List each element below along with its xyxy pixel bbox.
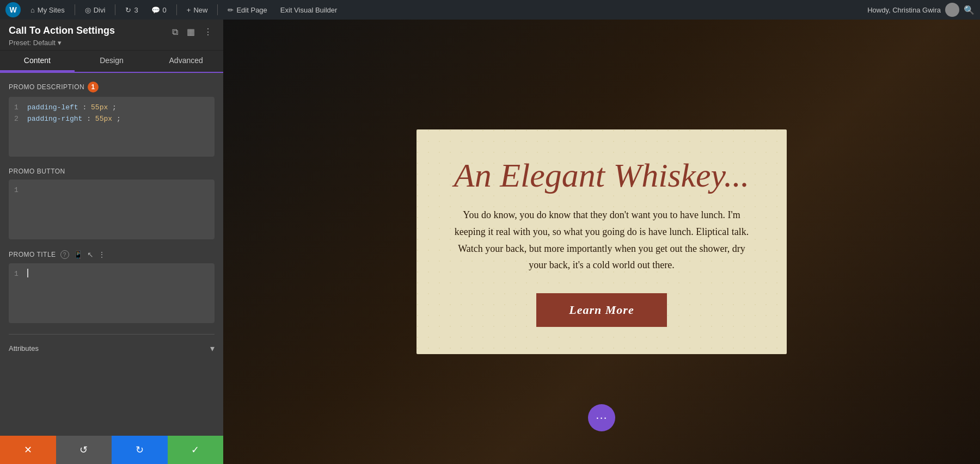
promo-description-badge: 1 [88, 82, 99, 92]
promo-button-line-num: 1 [14, 185, 21, 196]
new-label: New [193, 6, 207, 14]
tab-design[interactable]: Design [75, 51, 149, 72]
wordpress-icon[interactable]: W [5, 2, 21, 17]
float-action-button[interactable]: ··· [588, 404, 615, 431]
my-sites-icon: ⌂ [30, 6, 35, 14]
promo-title-line: 1 [14, 269, 209, 280]
bottom-bar: ✕ ↺ ↻ ✓ [0, 436, 223, 464]
code-content-1: padding-left : 55px ; [27, 102, 117, 114]
canvas-background: An Elegant Whiskey... You do know, you d… [223, 20, 980, 464]
divi-icon: ◎ [85, 6, 91, 14]
code-content-2: padding-right : 55px ; [27, 114, 121, 125]
edit-page-button[interactable]: ✏ Edit Page [224, 4, 270, 16]
plus-icon: + [187, 6, 191, 14]
divider2 [115, 4, 115, 15]
pencil-icon: ✏ [228, 6, 234, 14]
divider3 [176, 4, 177, 15]
promo-button-editor[interactable]: 1 [9, 180, 215, 239]
panel-header-actions: ⧉ ▦ ⋮ [170, 26, 215, 38]
more-options-icon[interactable]: ⋮ [98, 250, 106, 259]
my-sites-menu[interactable]: ⌂ My Sites [27, 4, 68, 16]
cta-button[interactable]: Learn More [536, 293, 666, 327]
user-greeting: Howdy, Christina Gwira [867, 6, 941, 14]
more-icon[interactable]: ⋮ [201, 26, 215, 38]
left-panel: Call To Action Settings ⧉ ▦ ⋮ Preset: De… [0, 20, 223, 464]
help-icon[interactable]: ? [60, 250, 69, 259]
prop-name-1: padding-left [27, 103, 78, 112]
top-bar-right: Howdy, Christina Gwira 🔍 [867, 3, 975, 17]
preset-label: Preset: Default [9, 39, 56, 47]
attributes-section: Attributes ▾ [9, 334, 215, 356]
tabs: Content Design Advanced [0, 51, 223, 73]
cta-card: An Elegant Whiskey... You do know, you d… [416, 129, 787, 354]
avatar [945, 3, 959, 17]
tab-advanced[interactable]: Advanced [149, 51, 223, 72]
copy-icon[interactable]: ⧉ [170, 26, 180, 38]
promo-button-section: Promo Button [9, 168, 215, 175]
panel-content: Promo Description 1 1 padding-left : 55p… [0, 73, 223, 436]
line-num-2: 2 [14, 114, 21, 125]
panel-header-row: Call To Action Settings ⧉ ▦ ⋮ [9, 25, 215, 39]
chevron-down-icon: ▾ [58, 39, 62, 47]
save-button[interactable]: ✓ [168, 436, 224, 464]
attributes-label: Attributes [9, 344, 39, 352]
prop-value-2: 55px [95, 115, 112, 123]
promo-description-label: Promo Description [9, 83, 84, 91]
tab-content[interactable]: Content [0, 51, 75, 72]
line-num-1: 1 [14, 102, 21, 114]
code-line-1: 1 padding-left : 55px ; [14, 102, 209, 114]
code-line-2: 2 padding-right : 55px ; [14, 114, 209, 125]
search-icon[interactable]: 🔍 [964, 5, 975, 15]
exit-label: Exit Visual Builder [280, 6, 338, 14]
promo-description-section: Promo Description 1 [9, 82, 215, 92]
prop-value-1: 55px [91, 103, 108, 112]
promo-button-line: 1 [14, 185, 209, 196]
exit-builder-button[interactable]: Exit Visual Builder [277, 4, 341, 16]
divider [75, 4, 75, 15]
panel-title: Call To Action Settings [9, 25, 115, 36]
cta-title: An Elegant Whiskey... [449, 157, 754, 194]
edit-page-label: Edit Page [236, 6, 267, 14]
top-bar-left: W ⌂ My Sites ◎ Divi ↻ 3 💬 0 + New ✏ Edit… [5, 2, 860, 17]
new-button[interactable]: + New [183, 4, 211, 16]
attributes-header[interactable]: Attributes ▾ [9, 341, 215, 356]
promo-description-editor[interactable]: 1 padding-left : 55px ; 2 padding-right … [9, 97, 215, 157]
panel-preset[interactable]: Preset: Default ▾ [9, 39, 215, 47]
promo-title-label: Promo Title [9, 251, 56, 258]
panel-header: Call To Action Settings ⧉ ▦ ⋮ Preset: De… [0, 20, 223, 51]
dots-icon: ··· [596, 411, 607, 425]
canvas-area: An Elegant Whiskey... You do know, you d… [223, 20, 980, 464]
promo-title-editor[interactable]: 1 [9, 263, 215, 323]
promo-title-section: Promo Title ? 📱 ↖ ⋮ [9, 250, 215, 259]
cta-description: You do know, you do know that they don't… [449, 207, 754, 273]
promo-title-line-num: 1 [14, 269, 21, 280]
sync-icon: ↻ [125, 6, 131, 14]
cancel-button[interactable]: ✕ [0, 436, 56, 464]
main-layout: Call To Action Settings ⧉ ▦ ⋮ Preset: De… [0, 20, 980, 464]
comments-count: 3 [134, 6, 138, 14]
redo-button[interactable]: ↻ [112, 436, 168, 464]
cursor [27, 269, 28, 277]
prop-name-2: padding-right [27, 115, 82, 123]
undo-button[interactable]: ↺ [56, 436, 112, 464]
divi-label: Divi [94, 6, 106, 14]
bubble-icon: 💬 [151, 6, 160, 14]
mobile-preview-icon[interactable]: 📱 [74, 250, 83, 259]
layout-icon[interactable]: ▦ [185, 26, 197, 38]
cursor-icon[interactable]: ↖ [87, 250, 94, 259]
attributes-chevron-icon: ▾ [210, 343, 215, 354]
divider4 [217, 4, 218, 15]
my-sites-label: My Sites [38, 6, 65, 14]
comments-link[interactable]: ↻ 3 [122, 4, 141, 16]
messages-count: 0 [163, 6, 167, 14]
promo-button-label: Promo Button [9, 168, 65, 175]
divi-menu[interactable]: ◎ Divi [82, 4, 109, 16]
messages-link[interactable]: 💬 0 [148, 4, 170, 16]
top-bar: W ⌂ My Sites ◎ Divi ↻ 3 💬 0 + New ✏ Edit… [0, 0, 980, 20]
